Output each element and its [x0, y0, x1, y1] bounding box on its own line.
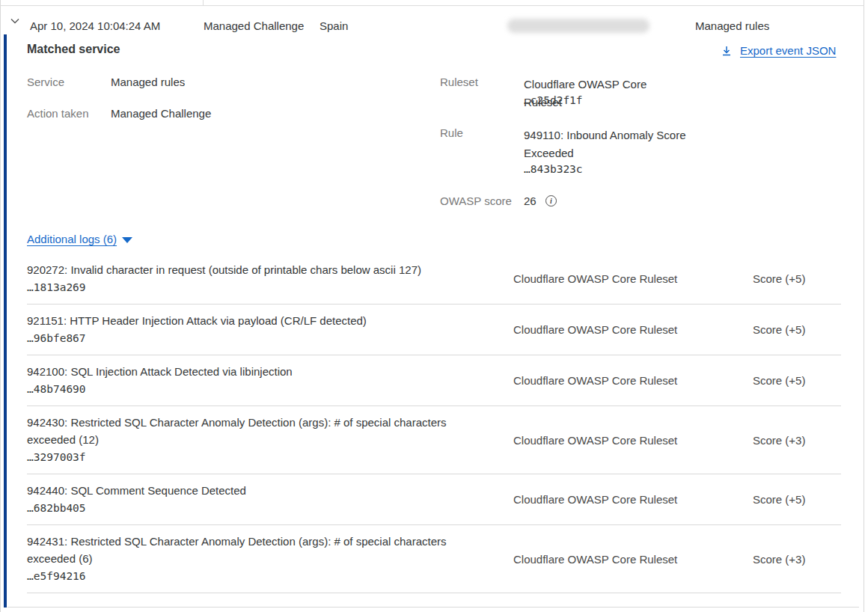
- log-rule-title: 942440: SQL Comment Sequence Detected: [27, 482, 467, 499]
- firewall-event-expanded-row: Apr 10, 2024 10:04:24 AM Managed Challen…: [0, 0, 868, 612]
- log-row: 942440: SQL Comment Sequence Detected …6…: [27, 474, 841, 525]
- log-score: Score (+3): [753, 553, 841, 566]
- chevron-down-icon[interactable]: [9, 15, 21, 27]
- additional-logs-label: Additional logs (6): [27, 233, 117, 245]
- log-rule-hash: …3297003f: [27, 448, 467, 466]
- log-rule-title: 942431: Restricted SQL Character Anomaly…: [27, 533, 467, 567]
- log-score: Score (+5): [753, 493, 841, 506]
- download-icon: [721, 45, 733, 57]
- caret-down-icon: [122, 237, 132, 243]
- event-service: Managed rules: [695, 19, 769, 32]
- matched-service-title: Matched service: [27, 43, 120, 56]
- log-rule-title: 942100: SQL Injection Attack Detected vi…: [27, 363, 467, 380]
- log-row: 942431: Restricted SQL Character Anomaly…: [27, 525, 841, 593]
- log-rule-hash: …96bfe867: [27, 329, 467, 347]
- row-bottom-divider: [7, 607, 859, 608]
- rule-hash: …843b323c: [524, 163, 583, 175]
- additional-logs-toggle[interactable]: Additional logs (6): [27, 233, 132, 245]
- selected-row-accent-bar: [4, 34, 7, 608]
- log-ruleset: Cloudflare OWASP Core Ruleset: [513, 553, 753, 566]
- rule-value: 949110: Inbound Anomaly Score Exceeded: [524, 126, 687, 162]
- log-score: Score (+3): [753, 434, 841, 447]
- log-row: 942100: SQL Injection Attack Detected vi…: [27, 355, 841, 406]
- log-ruleset: Cloudflare OWASP Core Ruleset: [513, 493, 753, 506]
- log-rule-hash: …e5f94216: [27, 567, 467, 585]
- left-border: [0, 0, 1, 612]
- log-rule-hash: …48b74690: [27, 380, 467, 398]
- log-ruleset: Cloudflare OWASP Core Ruleset: [513, 272, 753, 285]
- ruleset-hash: …c25d2f1f: [524, 94, 583, 106]
- log-rule-title: 921151: HTTP Header Injection Attack via…: [27, 312, 467, 329]
- column-divider-tick: [203, 0, 204, 5]
- log-rule-title: 942430: Restricted SQL Character Anomaly…: [27, 414, 467, 448]
- log-rule-hash: …1813a269: [27, 278, 467, 296]
- log-score: Score (+5): [753, 374, 841, 387]
- service-value: Managed rules: [111, 76, 185, 88]
- log-row: 920272: Invalid character in request (ou…: [27, 254, 841, 305]
- additional-logs-list: 920272: Invalid character in request (ou…: [27, 254, 841, 593]
- export-event-json-label: Export event JSON: [740, 44, 836, 57]
- service-label: Service: [27, 76, 64, 88]
- log-score: Score (+5): [753, 272, 841, 285]
- event-country: Spain: [320, 19, 348, 32]
- right-border: [864, 0, 864, 612]
- action-taken-label: Action taken: [27, 107, 89, 120]
- log-rule-hash: …682bb405: [27, 499, 467, 517]
- owasp-score-label: OWASP score: [440, 195, 512, 207]
- log-ruleset: Cloudflare OWASP Core Ruleset: [513, 323, 753, 336]
- rule-label: Rule: [440, 126, 463, 139]
- log-rule-title: 920272: Invalid character in request (ou…: [27, 261, 467, 278]
- export-event-json-link[interactable]: Export event JSON: [721, 44, 836, 57]
- owasp-score-value: 26: [524, 195, 537, 207]
- ruleset-label: Ruleset: [440, 76, 478, 88]
- log-ruleset: Cloudflare OWASP Core Ruleset: [513, 434, 753, 447]
- action-taken-value: Managed Challenge: [111, 107, 211, 120]
- event-row-summary[interactable]: Apr 10, 2024 10:04:24 AM Managed Challen…: [0, 6, 864, 34]
- redacted-field: [507, 19, 650, 33]
- log-ruleset: Cloudflare OWASP Core Ruleset: [513, 374, 753, 387]
- event-action: Managed Challenge: [204, 19, 304, 32]
- log-row: 942430: Restricted SQL Character Anomaly…: [27, 406, 841, 474]
- log-score: Score (+5): [753, 323, 841, 336]
- info-icon[interactable]: [545, 195, 557, 206]
- event-timestamp: Apr 10, 2024 10:04:24 AM: [30, 19, 160, 32]
- log-row: 921151: HTTP Header Injection Attack via…: [27, 305, 841, 355]
